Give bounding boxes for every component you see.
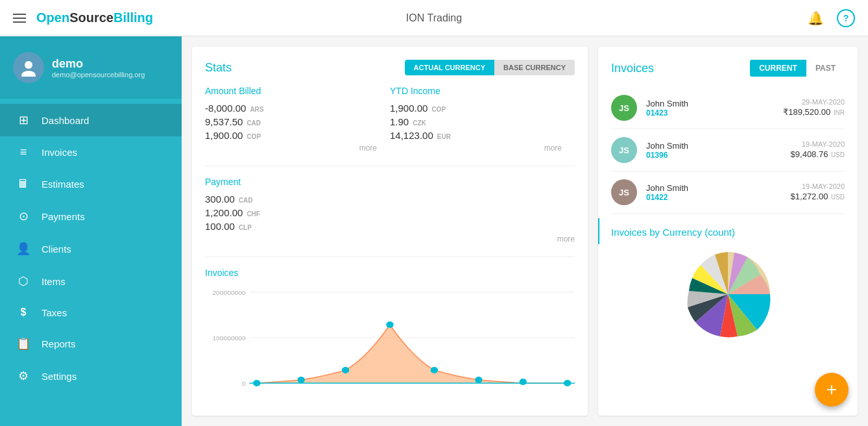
stat-row: 1,900.00 COP (390, 103, 562, 114)
invoice-amount: $9,408.76 USD (791, 148, 845, 160)
ytd-cop-c: COP (431, 106, 446, 113)
client-name: John Smith (646, 99, 774, 108)
svg-point-9 (298, 377, 305, 383)
sidebar-item-items[interactable]: ⬡ Items (0, 265, 182, 297)
user-profile[interactable]: demo demo@opensourcebilling.org (0, 36, 182, 99)
notification-icon[interactable]: 🔔 (808, 10, 824, 26)
stat-row: -8,000.00 ARS (205, 103, 377, 114)
stat-row: 14,123.00 EUR (390, 130, 562, 141)
ytd-czk: 1.90 (390, 116, 409, 127)
pie-chart-container (611, 245, 845, 343)
pay-chf: 1,200.00 (205, 207, 243, 218)
pay-cad-c: CAD (239, 197, 253, 204)
header-right: 🔔 ? (808, 9, 855, 27)
payment-label: Payment (205, 177, 575, 187)
invoices-title: Invoices (611, 62, 654, 75)
amount-billed-section: Amount Billed -8,000.00 ARS 9,537.50 CAD… (205, 86, 390, 153)
avatar (13, 52, 44, 83)
invoice-number[interactable]: 01423 (646, 108, 774, 118)
hamburger-menu[interactable] (13, 14, 26, 23)
taxes-icon: $ (16, 307, 31, 318)
ytd-eur: 14,123.00 (390, 130, 433, 141)
pay-cad: 300.00 (205, 194, 235, 205)
sidebar-item-invoices[interactable]: ≡ Invoices (0, 136, 182, 168)
stat-row: 9,537.50 CAD (205, 116, 377, 127)
pay-clp-c: CLP (239, 224, 252, 231)
user-info: demo demo@opensourcebilling.org (52, 57, 145, 79)
svg-point-10 (342, 367, 349, 373)
invoices-header: Invoices CURRENT PAST (611, 60, 845, 77)
sidebar: demo demo@opensourcebilling.org ⊞ Dashbo… (0, 36, 182, 426)
actual-currency-button[interactable]: ACTUAL CURRENCY (405, 60, 494, 75)
sidebar-nav: ⊞ Dashboard ≡ Invoices 🖩 Estimates ⊙ Pay… (0, 99, 182, 397)
svg-point-1 (21, 71, 36, 77)
sidebar-item-estimates[interactable]: 🖩 Estimates (0, 168, 182, 200)
invoice-date: 29-MAY-2020 (783, 98, 845, 106)
svg-text:0: 0 (242, 381, 246, 387)
ytd-income-label: YTD Income (390, 86, 562, 96)
pay-chf-c: CHF (247, 210, 260, 218)
amount-billed-label: Amount Billed (205, 86, 377, 96)
client-name: John Smith (646, 141, 782, 151)
currency-cop: COP (247, 133, 261, 140)
avatar: JS (611, 179, 637, 205)
stat-row: 1,900.00 COP (205, 130, 377, 141)
app-logo: OpenSourceBilling (36, 10, 153, 25)
invoice-number[interactable]: 01422 (646, 193, 782, 202)
stat-row: 100.00 CLP (205, 221, 575, 232)
invoices-icon: ≡ (16, 145, 31, 159)
ytd-more[interactable]: more (390, 144, 562, 153)
tab-current[interactable]: CURRENT (750, 60, 806, 77)
invoice-item: JS John Smith 01422 19-MAY-2020 $1,272.0… (611, 171, 845, 214)
amount-ars: -8,000.00 (205, 103, 246, 114)
invoice-date: 19-MAY-2020 (791, 140, 845, 148)
ytd-income-section: YTD Income 1,900.00 COP 1.90 CZK 14,123.… (390, 86, 575, 153)
settings-icon: ⚙ (16, 369, 31, 383)
sidebar-label-items: Items (42, 276, 66, 287)
sidebar-label-reports: Reports (42, 338, 76, 349)
payment-more[interactable]: more (205, 234, 575, 244)
svg-point-12 (431, 367, 438, 373)
sidebar-item-dashboard[interactable]: ⊞ Dashboard (0, 104, 182, 136)
invoices-panel: ‹ Invoices CURRENT PAST JS John Smith 01… (598, 47, 858, 416)
invoice-tabs: CURRENT PAST (750, 60, 845, 77)
invoice-meta: 19-MAY-2020 $9,408.76 USD (791, 140, 845, 160)
user-name: demo (52, 57, 145, 71)
stats-panel: Stats ACTUAL CURRENCY BASE CURRENCY Amou… (192, 47, 588, 416)
sidebar-item-settings[interactable]: ⚙ Settings (0, 360, 182, 392)
chart-container: 200000000 100000000 0 (205, 286, 575, 390)
amount-billed-more[interactable]: more (205, 144, 377, 153)
content-area: Stats ACTUAL CURRENCY BASE CURRENCY Amou… (182, 36, 868, 426)
currency-ars: ARS (250, 106, 263, 113)
invoice-meta: 19-MAY-2020 $1,272.00 USD (791, 182, 845, 202)
help-icon[interactable]: ? (837, 9, 855, 27)
svg-text:100000000: 100000000 (212, 335, 245, 342)
clients-icon: 👤 (16, 242, 31, 256)
amount-cop: 1,900.00 (205, 130, 243, 141)
currency-toggle: ACTUAL CURRENCY BASE CURRENCY (405, 60, 575, 75)
payment-section: Payment 300.00 CAD 1,200.00 CHF 100.00 C… (205, 177, 575, 244)
pie-chart-section: Invoices by Currency (count) (611, 227, 845, 343)
amount-cad: 9,537.50 (205, 116, 243, 127)
sidebar-label-estimates: Estimates (42, 179, 84, 190)
invoice-meta: 29-MAY-2020 ₹189,520.00 INR (783, 98, 845, 118)
svg-point-0 (25, 61, 32, 69)
pie-chart-title: Invoices by Currency (count) (611, 227, 845, 238)
pay-clp: 100.00 (205, 221, 235, 232)
dashboard-icon: ⊞ (16, 113, 31, 127)
stats-grid: Amount Billed -8,000.00 ARS 9,537.50 CAD… (205, 86, 575, 153)
svg-point-13 (475, 377, 482, 383)
invoice-info: John Smith 01422 (646, 183, 782, 202)
sidebar-item-clients[interactable]: 👤 Clients (0, 232, 182, 265)
chart-label: Invoices (205, 268, 575, 278)
fab-button[interactable]: + (815, 373, 849, 407)
sidebar-item-taxes[interactable]: $ Taxes (0, 297, 182, 327)
sidebar-item-payments[interactable]: ⊙ Payments (0, 200, 182, 232)
sidebar-item-reports[interactable]: 📋 Reports (0, 327, 182, 360)
base-currency-button[interactable]: BASE CURRENCY (494, 60, 575, 75)
stats-title: Stats (205, 61, 232, 75)
invoice-number[interactable]: 01396 (646, 151, 782, 160)
main-layout: demo demo@opensourcebilling.org ⊞ Dashbo… (0, 36, 868, 426)
right-tab[interactable]: ‹ (598, 218, 599, 244)
tab-past[interactable]: PAST (806, 60, 845, 77)
